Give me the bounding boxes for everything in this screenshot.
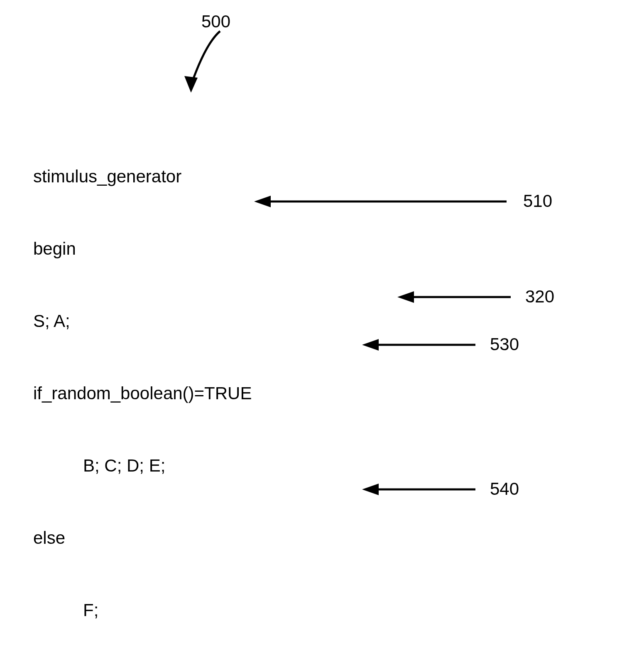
svg-marker-4 [397, 291, 414, 303]
arrow-530 [361, 337, 477, 353]
svg-marker-8 [362, 484, 379, 495]
code-line-6: else [33, 526, 381, 550]
code-line-1: stimulus_generator [33, 165, 381, 189]
code-line-4: if_random_boolean()=TRUE [33, 381, 381, 405]
reference-label-510: 510 [523, 191, 552, 211]
reference-label-530: 530 [490, 334, 519, 354]
svg-marker-6 [362, 339, 379, 351]
svg-marker-0 [184, 76, 198, 93]
arrow-top-curved [166, 27, 233, 102]
arrow-320 [397, 289, 513, 305]
arrow-510 [253, 193, 511, 210]
reference-label-320: 320 [525, 287, 554, 307]
reference-label-540: 540 [490, 479, 519, 499]
code-line-7: F; [33, 598, 381, 622]
code-line-2: begin [33, 237, 381, 261]
code-line-5: B; C; D; E; [33, 454, 381, 478]
code-line-3: S; A; [33, 309, 381, 333]
svg-marker-2 [254, 196, 271, 207]
arrow-540 [361, 481, 477, 498]
